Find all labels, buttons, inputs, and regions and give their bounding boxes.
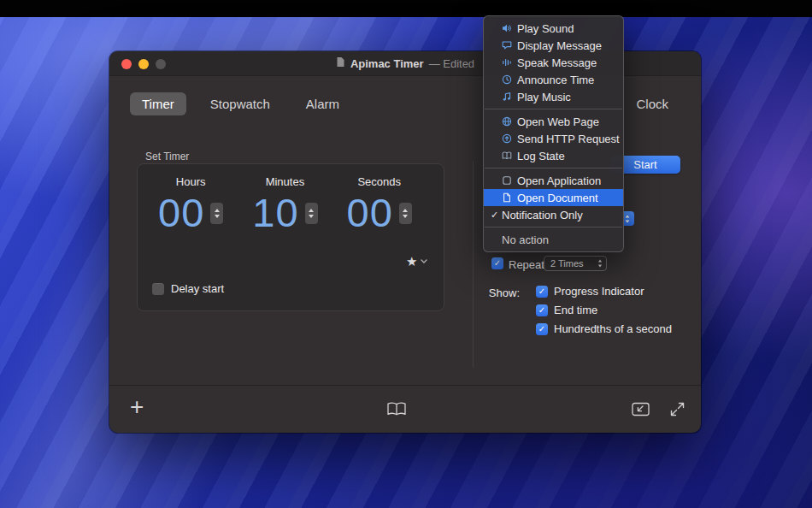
- stepper-up-icon: [626, 215, 630, 217]
- show-label: Show:: [487, 286, 520, 299]
- shrink-window-icon: [632, 402, 650, 416]
- bookmarks-icon: [386, 402, 407, 416]
- panel-divider: [473, 161, 474, 368]
- seconds-value[interactable]: 00: [347, 192, 393, 234]
- menu-item-open-application[interactable]: Open Application: [484, 172, 623, 189]
- favorites-dropdown[interactable]: ★: [406, 255, 427, 268]
- upload-icon: [502, 133, 517, 144]
- show-progress-row: Progress Indicator: [536, 285, 644, 298]
- bottom-toolbar: +: [109, 385, 701, 433]
- globe-icon: [502, 116, 517, 127]
- stepper-down-icon: [403, 215, 408, 218]
- tab-timer[interactable]: Timer: [130, 92, 186, 115]
- message-icon: [502, 40, 517, 50]
- desktop: Apimac Timer — Edited Timer Stopwatch Al…: [0, 0, 812, 508]
- seconds-label: Seconds: [357, 175, 401, 188]
- window-edited-badge: — Edited: [429, 57, 474, 70]
- seconds-stepper[interactable]: [399, 203, 412, 224]
- app-icon: [502, 175, 517, 186]
- tab-stopwatch[interactable]: Stopwatch: [198, 92, 282, 115]
- shrink-window-button[interactable]: [632, 402, 650, 420]
- menu-item-announce-time[interactable]: Announce Time: [484, 71, 623, 88]
- menu-bar: [0, 0, 812, 17]
- repeat-checkbox[interactable]: [491, 257, 503, 269]
- menu-item-speak-message[interactable]: Speak Message: [484, 54, 623, 71]
- menu-divider: [485, 109, 622, 109]
- minutes-label: Minutes: [266, 175, 305, 188]
- repeat-label: Repeat: [509, 258, 544, 271]
- repeat-count-value: 2 Times: [550, 258, 584, 269]
- zoom-button[interactable]: [156, 59, 166, 69]
- hours-stepper[interactable]: [210, 203, 223, 224]
- menu-item-open-document[interactable]: Open Document: [484, 189, 623, 206]
- menu-item-notification-only[interactable]: ✓ Notification Only: [484, 206, 623, 223]
- menu-item-send-http-request[interactable]: Send HTTP Request: [484, 130, 623, 147]
- music-icon: [502, 92, 517, 102]
- checkmark-icon: ✓: [491, 210, 502, 221]
- minutes-field: Minutes 10: [252, 175, 317, 234]
- seconds-field: Seconds 00: [347, 175, 412, 234]
- set-timer-groupbox: Hours 00 Minutes 10: [137, 163, 444, 311]
- minutes-value[interactable]: 10: [252, 192, 298, 234]
- waveform-icon: [502, 57, 517, 68]
- traffic-lights: [121, 59, 166, 69]
- window-title: Apimac Timer — Edited: [336, 56, 474, 70]
- star-icon: ★: [406, 255, 417, 268]
- fullscreen-button[interactable]: [669, 401, 685, 421]
- menu-divider: [485, 227, 622, 227]
- stepper-up-icon: [215, 209, 220, 212]
- speaker-icon: [502, 23, 517, 33]
- menu-item-no-action[interactable]: No action: [484, 231, 623, 248]
- stepper-down-icon: [215, 215, 220, 218]
- popup-arrows-icon: [597, 259, 603, 268]
- clock-icon: [502, 74, 517, 85]
- add-button[interactable]: +: [130, 395, 144, 419]
- fullscreen-icon: [669, 401, 685, 417]
- stepper-up-icon: [309, 209, 314, 212]
- minutes-stepper[interactable]: [305, 203, 318, 224]
- add-icon: +: [130, 393, 144, 420]
- hours-label: Hours: [176, 175, 206, 188]
- hundredths-checkbox[interactable]: [536, 323, 548, 335]
- stepper-down-icon: [626, 220, 630, 222]
- stepper-down-icon: [309, 215, 314, 218]
- delay-start-row: Delay start: [152, 282, 224, 295]
- menu-item-open-web-page[interactable]: Open Web Page: [484, 113, 623, 130]
- hundredths-label: Hundredths of a second: [554, 322, 672, 335]
- window-title-text: Apimac Timer: [350, 57, 424, 70]
- progress-indicator-checkbox[interactable]: [536, 286, 548, 298]
- menu-item-display-message[interactable]: Display Message: [484, 37, 623, 54]
- end-time-label: End time: [554, 304, 597, 316]
- bookmarks-button[interactable]: [386, 402, 407, 420]
- chevron-down-icon: [421, 259, 427, 263]
- delay-start-label: Delay start: [171, 282, 224, 295]
- menu-item-play-sound[interactable]: Play Sound: [484, 20, 623, 37]
- timer-end-action-menu: Play Sound Display Message Speak Message…: [483, 15, 624, 252]
- end-time-checkbox[interactable]: [536, 304, 548, 316]
- hours-value[interactable]: 00: [158, 192, 204, 234]
- progress-indicator-label: Progress Indicator: [554, 285, 644, 298]
- repeat-count-dropdown[interactable]: 2 Times: [544, 256, 607, 271]
- stepper-up-icon: [403, 209, 408, 212]
- set-timer-section-label: Set Timer: [145, 151, 189, 162]
- menu-item-log-state[interactable]: Log State: [484, 147, 623, 164]
- document-icon: [502, 192, 517, 203]
- show-hundredths-row: Hundredths of a second: [536, 322, 672, 335]
- book-icon: [502, 151, 517, 161]
- menu-item-play-music[interactable]: Play Music: [484, 88, 623, 105]
- minimize-button[interactable]: [138, 59, 149, 69]
- menu-divider: [485, 168, 622, 168]
- time-fields: Hours 00 Minutes 10: [138, 164, 444, 234]
- show-endtime-row: End time: [536, 304, 597, 316]
- tab-clock[interactable]: Clock: [624, 92, 680, 115]
- tab-alarm[interactable]: Alarm: [294, 92, 351, 115]
- close-button[interactable]: [121, 59, 132, 69]
- hours-field: Hours 00: [158, 175, 223, 234]
- document-proxy-icon: [336, 56, 345, 70]
- delay-start-checkbox[interactable]: [152, 283, 164, 295]
